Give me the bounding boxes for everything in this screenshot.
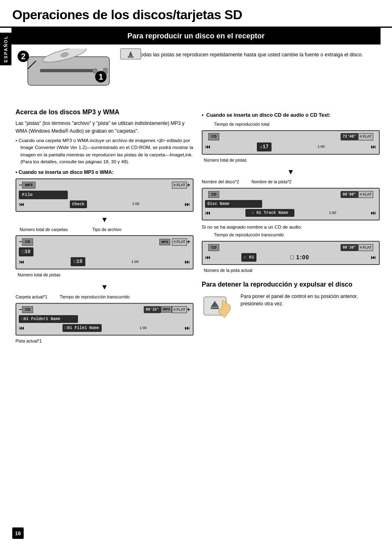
skip-prev-3: ⏮: [19, 324, 24, 332]
skip-next-r1: ⏭: [371, 142, 376, 151]
skip-prev-1: ⏮: [19, 200, 24, 209]
skip-prev-2: ⏮: [19, 258, 24, 266]
cd-label-r2: CD: [208, 191, 219, 198]
step2-badge: 2: [18, 51, 29, 62]
time-display-r2: 00'00": [341, 191, 358, 198]
mp3-insert-heading: • Cuando se inserta un disco MP3 o WMA:: [16, 169, 194, 176]
disc-name-display: Disc Name: [205, 200, 262, 208]
folder-num-display: □10: [19, 247, 33, 256]
track-name-display: ♪ 01 Track Name: [245, 209, 294, 217]
cd-panel-2: − CD 00'00" ≡ FLAT + Disc Name ⏮ ♪ 01 Tr…: [202, 188, 380, 220]
folder-name-display: □01 Folder1 Name: [19, 315, 78, 323]
elapsed-r3: □ 1:00: [290, 253, 309, 262]
time-r1: 1:00: [318, 144, 325, 150]
cd-audio-heading: • Cuando se inserta un disco CD de audio…: [202, 111, 380, 119]
file-type-label: Tipo de archivo: [92, 227, 121, 233]
step1-badge: 1: [95, 71, 107, 82]
current-track-num-label: Número de la pista actual: [204, 267, 380, 274]
mp3-wma-title: Acerca de los discos MP3 y WMA: [16, 107, 194, 117]
cd-panel-3: − CD 00'30" ≡ FLAT + ⏮ ♪ 01 □ 1:00 ⏭: [202, 241, 380, 265]
flat-r1: ≡ FLAT: [358, 133, 373, 140]
cd-label-r1: CD: [208, 133, 219, 140]
time-display-r3: 00'30": [341, 244, 358, 251]
mp3-panel-3: − CD 00'35" MP3 ≡ FLAT + □01 Folder1 Nam…: [16, 303, 194, 336]
top-area: 2 1 T: [0, 44, 392, 103]
mp3-panel-1: − MP3 ≡ FLAT + File ⏮ Check 1:00 ⏭: [16, 178, 194, 212]
cd-label-2: CD: [22, 238, 33, 246]
mp3-body1: Las "pistas" (los términos "archivo" y "…: [16, 120, 194, 135]
current-track-label: Pista actual*1: [16, 338, 194, 345]
track-r3: ♪ 01: [241, 253, 256, 262]
no-name-note: Si no se ha asignado nombre a un CD de a…: [202, 224, 380, 231]
skip-next-2: ⏭: [185, 258, 190, 266]
time-display-3: 00'35": [144, 306, 161, 314]
stop-section: Para detener la reproducción y expulsar …: [202, 280, 380, 323]
page-number: 16: [12, 527, 24, 539]
flat-label-1: ≡ FLAT: [172, 182, 187, 189]
cd-label-3: CD: [22, 306, 33, 314]
mp3-bullet1: Cuando una carpeta MP3 o WMA incluye un …: [16, 137, 194, 165]
page-title: Operaciones de los discos/tarjetas SD: [0, 0, 392, 28]
check-display: Check: [70, 200, 87, 208]
skip-prev-r2: ⏮: [205, 209, 211, 217]
file-display: File: [19, 191, 68, 199]
sidebar-label: ESPAÑOL: [0, 33, 11, 65]
minus-btn-1: −: [19, 181, 22, 189]
mp3-badge: MP3: [159, 239, 170, 245]
time-display-r1: 73'40": [341, 133, 358, 140]
cd-label-1: MP3: [22, 182, 36, 189]
disc-name-label: Nombre del disco*2: [202, 179, 239, 185]
plus-btn-1: +: [187, 181, 190, 189]
time-1: 1:00: [132, 201, 140, 207]
current-folder-label: Carpeta actual*1: [16, 294, 47, 300]
mp3-badge-3: MP3: [161, 306, 172, 313]
time-2: 1:00: [131, 259, 139, 265]
flat-r2: ≡ FLAT: [358, 191, 373, 198]
skip-next-3: ⏭: [185, 324, 190, 332]
time-3: 1:00: [140, 325, 147, 331]
cd-label-r3: CD: [208, 244, 219, 251]
time-r2: 1:00: [329, 210, 336, 216]
section-header: Para reproducir un disco en el receptor: [11, 28, 381, 44]
track-r1: ♪17: [257, 142, 272, 151]
skip-next-r3: ⏭: [371, 253, 376, 262]
stop-description: Para poner el panel de control en su pos…: [241, 293, 380, 308]
skip-next-r2: ⏭: [371, 209, 376, 217]
mp3-panel-2: − CD MP3 ≡ FLAT + □10 ⏮ □10 1:00 ⏭: [16, 235, 194, 269]
track-count-label: Número total de pistas: [18, 272, 60, 278]
skip-next-1: ⏭: [185, 200, 190, 209]
playback-time-label: Tiempo de reproducción transcurrido: [60, 294, 129, 300]
file-name-display: □01 File1 Name: [62, 324, 102, 332]
stop-title: Para detener la reproducción y expulsar …: [202, 280, 380, 289]
flat-label-2: ≡ FLAT: [172, 238, 187, 246]
flat-r3: ≡ FLAT: [358, 244, 373, 251]
svg-rect-4: [40, 69, 97, 72]
skip-prev-r3: ⏮: [205, 253, 211, 262]
total-tracks-label: Número total de pistas: [204, 157, 380, 164]
flat-label-3: ≡ FLAT: [172, 306, 187, 314]
hand-illustration: [202, 293, 234, 323]
elapsed-time-label: Tiempo de reproducción transcurrido: [214, 232, 380, 238]
track-name-label-r: Nombre de la pista*2: [252, 179, 292, 185]
top-description: Todas las pistas se reproducen repetidam…: [138, 49, 380, 59]
skip-prev-r1: ⏮: [205, 142, 211, 151]
svg-rect-12: [211, 307, 219, 309]
svg-rect-2: [128, 56, 134, 58]
track-num-display: □10: [71, 257, 85, 266]
disc-illustration: 2 1: [16, 49, 130, 99]
folder-count-label: Número total de carpetas: [20, 227, 68, 233]
cd-panel-1: − CD 73'40" ≡ FLAT + ⏮ ♪17 1:00 ⏭: [202, 130, 380, 155]
total-time-label: Tiempo de reproducción total: [214, 121, 380, 128]
